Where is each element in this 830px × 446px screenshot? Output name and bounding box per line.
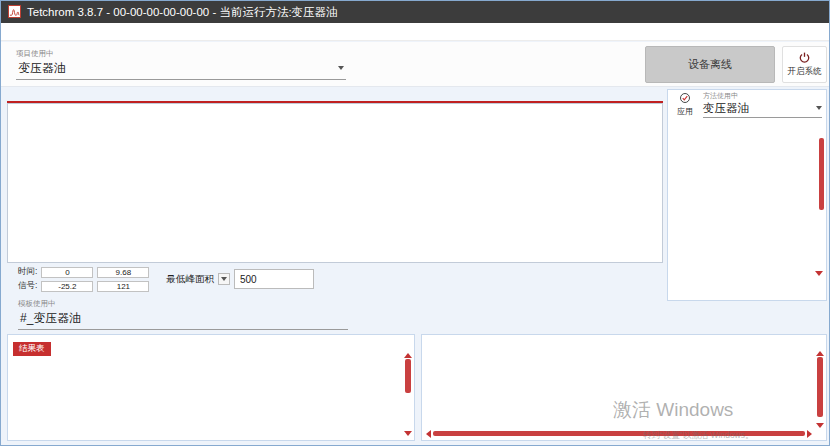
device-offline-button[interactable]: 设备离线 (645, 46, 775, 83)
time-signal-fields: 时间: 0 9.68 信号: -25.2 121 (18, 266, 149, 292)
detector-status-wrap (672, 143, 822, 169)
menu-bar (1, 23, 829, 41)
method-combo[interactable]: 方法使用中 变压器油 (703, 91, 822, 118)
signal-to-box: 121 (97, 281, 149, 292)
method-tabs (672, 119, 822, 133)
template-value: #_变压器油 (20, 310, 81, 327)
chevron-down-icon[interactable] (338, 66, 344, 70)
time-to-box: 9.68 (97, 267, 149, 278)
check-circle-icon (679, 92, 691, 106)
signal-tab-bar (7, 88, 663, 101)
title-bar: Tetchrom 3.8.7 - 00-00-00-00-00-00 - 当前运… (1, 1, 829, 23)
signal-from-box: -25.2 (41, 281, 93, 292)
window-title: Tetchrom 3.8.7 - 00-00-00-00-00-00 - 当前运… (27, 5, 338, 20)
secondary-toolbar: 模板使用中 #_变压器油 (7, 297, 663, 331)
chevron-down-icon[interactable] (816, 106, 822, 110)
project-value: 变压器油 (18, 60, 66, 77)
method-apply-label: 应用 (677, 106, 693, 117)
template-combo[interactable]: 模板使用中 #_变压器油 (18, 299, 348, 330)
definition-panel (421, 334, 827, 441)
method-panel: 应用 方法使用中 变压器油 (667, 89, 827, 301)
power-on-button[interactable]: 开启系统 (782, 46, 827, 83)
definition-hscrollbar[interactable] (426, 430, 812, 437)
method-value: 变压器油 (703, 101, 749, 116)
power-label: 开启系统 (788, 66, 822, 78)
min-area-dropdown[interactable] (218, 273, 230, 285)
results-badge: 结果表 (13, 342, 51, 356)
template-label: 模板使用中 (18, 299, 348, 309)
peak-tools-row: 时间: 0 9.68 信号: -25.2 121 最低峰面积 (7, 265, 663, 293)
chromatogram-chart[interactable] (7, 103, 663, 263)
project-label: 项目使用中 (16, 49, 346, 59)
min-peak-area-label: 最低峰面积 (166, 273, 214, 286)
min-area-input[interactable] (234, 269, 314, 289)
method-label: 方法使用中 (703, 91, 822, 101)
project-combo[interactable]: 项目使用中 变压器油 (16, 49, 346, 80)
time-from-box: 0 (41, 267, 93, 278)
status-scroll-down-icon[interactable] (815, 262, 823, 280)
app-logo-icon (8, 5, 21, 20)
definition-vscrollbar[interactable] (816, 351, 824, 428)
signal-label: 信号: (18, 280, 37, 292)
power-icon (798, 51, 811, 66)
min-peak-area-field: 最低峰面积 (166, 269, 314, 289)
method-scrollbar[interactable] (819, 138, 824, 210)
method-apply-button[interactable]: 应用 (672, 92, 698, 117)
time-label: 时间: (18, 266, 37, 278)
results-panel: 结果表 (7, 334, 415, 441)
results-vscrollbar[interactable] (404, 353, 412, 436)
app-window: Tetchrom 3.8.7 - 00-00-00-00-00-00 - 当前运… (0, 0, 830, 446)
